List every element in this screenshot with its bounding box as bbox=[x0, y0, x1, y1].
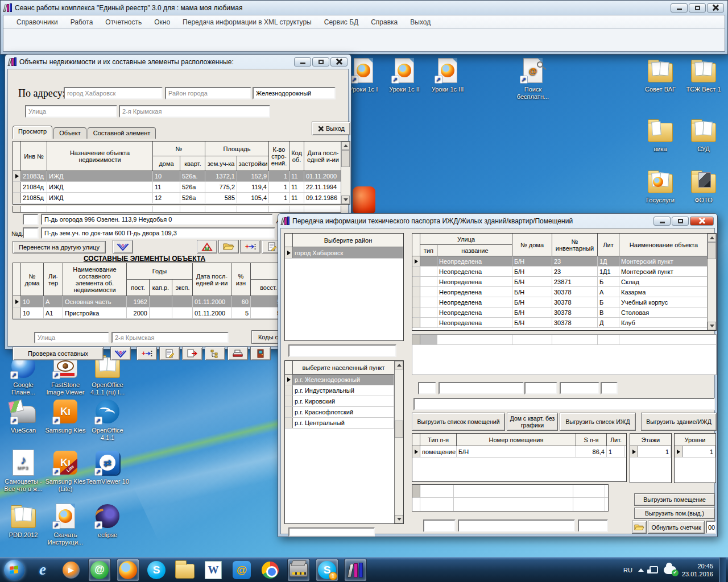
desktop-icon-vuescan[interactable]: VueScan bbox=[1, 398, 46, 434]
vertical-scrollbar[interactable] bbox=[341, 142, 350, 204]
floors-table[interactable]: Этажи 1 bbox=[630, 433, 672, 483]
minimize-button[interactable] bbox=[671, 3, 688, 13]
table-row[interactable]: Неопределена Б/Н 23871 Б Склад bbox=[412, 277, 707, 287]
unload-rooms-list-button[interactable]: Выгрузить список помещений bbox=[412, 413, 505, 431]
menu-xml[interactable]: Передача информации в XML структуры bbox=[176, 18, 318, 26]
district-placeholder-field[interactable]: Район города bbox=[165, 87, 251, 99]
close-button[interactable] bbox=[330, 57, 348, 66]
house-no-graphics-button[interactable]: Дом с кварт. без графики bbox=[507, 413, 558, 431]
table-row[interactable]: 10 А1 Пристройка 2000 01.11.2000 5 54 bbox=[13, 307, 285, 319]
list-item[interactable]: р.г. Центральный bbox=[285, 418, 394, 429]
bottom-field-2[interactable] bbox=[458, 519, 575, 532]
taskbar-mailru[interactable]: @ bbox=[230, 559, 253, 581]
check-all-button-2[interactable]: S bbox=[110, 347, 131, 360]
table-row[interactable]: Неопределена Б/Н 23 1Д Монтерский пункт bbox=[412, 256, 707, 267]
desktop-icon-openoffice[interactable]: OpenOffice 4.1.1 bbox=[85, 398, 130, 442]
minimize-button[interactable] bbox=[294, 57, 311, 66]
maximize-button[interactable] bbox=[672, 217, 689, 226]
desktop-icon-samocvety-mp3[interactable]: ♪MP3 Самоцветы - Все что в ж... bbox=[1, 449, 46, 493]
add-record-button[interactable]: + bbox=[240, 240, 260, 253]
counter-field[interactable]: 00 bbox=[706, 521, 716, 534]
menu-rabota[interactable]: Работа bbox=[64, 18, 100, 26]
desktop-icon-sud[interactable]: СУД bbox=[681, 117, 726, 153]
taskbar-chrome[interactable] bbox=[259, 559, 282, 581]
taskbar-scanner-app[interactable] bbox=[287, 559, 310, 581]
table-row[interactable]: Неопределена Б/Н 30378 Д Клуб bbox=[412, 318, 707, 328]
list-item[interactable]: р.г. Краснофлотский bbox=[285, 407, 394, 418]
extra-line1-field[interactable]: П-дь огорода 996 Озелен. 113,9 Неудобья … bbox=[41, 214, 273, 225]
bottom-field-1[interactable] bbox=[423, 519, 456, 532]
table-row[interactable]: помещение Б/Н 86,4 1 bbox=[412, 446, 626, 458]
desktop-icon-samsung-kies[interactable]: Kı Samsung Kies bbox=[43, 398, 88, 434]
filter-field-1[interactable] bbox=[418, 382, 436, 394]
taskbar-media-player[interactable]: ▶ bbox=[60, 559, 82, 581]
street-placeholder-field[interactable]: Улица bbox=[25, 105, 117, 118]
objects-table[interactable]: Инв № Назначение объекта недвижимости № … bbox=[13, 141, 350, 205]
check-components-button[interactable]: Проверка составных bbox=[13, 347, 104, 360]
desktop-icon-kies-lite[interactable]: KıLite Samsung Kies (Lite) bbox=[43, 449, 88, 493]
unload-building-button[interactable]: Выгрузить здание/ИЖД bbox=[641, 413, 717, 431]
street2-placeholder-field[interactable]: Улица bbox=[34, 332, 109, 343]
table-row[interactable]: 21083д ИЖД 10 526а. 1372,1 152,9 1 11 01… bbox=[13, 171, 341, 182]
add-record-button-2[interactable]: + bbox=[136, 347, 157, 360]
reset-counter-button[interactable]: Обнулить счетчик bbox=[648, 521, 705, 534]
extra-code-field-1[interactable] bbox=[23, 214, 39, 225]
objects-window-titlebar[interactable]: Объекты недвижимости и их составные элем… bbox=[5, 55, 351, 67]
start-button[interactable] bbox=[3, 559, 26, 581]
edit-document-button-2[interactable] bbox=[159, 347, 180, 360]
list-item[interactable]: р.г. Кировский bbox=[285, 396, 394, 407]
extra-line2-field[interactable]: П-дь зем.уч. по док-там 600 П-дь двора 1… bbox=[41, 227, 275, 239]
menu-spravochniki[interactable]: Справочники bbox=[10, 18, 64, 26]
buildings-table[interactable]: Улица типназвание № дома № инвентарный Л… bbox=[412, 233, 717, 331]
extra-code-field-2[interactable] bbox=[23, 227, 39, 239]
desktop-icon-poisk[interactable]: @ Поиск бесплатн... bbox=[511, 57, 555, 101]
list-item[interactable]: город Хабаровск bbox=[285, 247, 403, 259]
transfer-window-titlebar[interactable]: Передача информации технического паспорт… bbox=[278, 214, 717, 226]
settlement-list[interactable]: выберите населенный пункт р.г. Железнодо… bbox=[284, 360, 404, 524]
export-button[interactable] bbox=[182, 347, 202, 360]
scrollbar-up-button[interactable] bbox=[341, 142, 350, 150]
rooms-table[interactable]: Тип п-я Номер помещения S п-я Лит. помещ… bbox=[412, 433, 627, 482]
move-street-button[interactable]: Перенести на другую улицу bbox=[13, 241, 106, 253]
unload-room-selected-button[interactable]: Выгрузить пом.(выд.) bbox=[634, 508, 715, 519]
close-button[interactable] bbox=[690, 217, 714, 226]
settlement-filter-input[interactable] bbox=[288, 527, 375, 537]
scrollbar-down-button[interactable] bbox=[341, 196, 350, 204]
update-cloud-icon[interactable] bbox=[664, 566, 676, 574]
desktop-icon-sovet-vag[interactable]: Совет ВАГ bbox=[638, 57, 682, 93]
street2-field[interactable]: 2-я Крымская bbox=[111, 332, 229, 343]
district-filter-input[interactable] bbox=[288, 344, 396, 357]
exit-button[interactable]: Выход bbox=[312, 122, 350, 135]
scrollbar-up-button[interactable] bbox=[395, 361, 403, 369]
show-desktop-button[interactable] bbox=[719, 558, 726, 582]
table-row[interactable]: 10 А Основная часть 1962 01.11.2000 60 5… bbox=[13, 296, 285, 307]
vertical-scrollbar[interactable] bbox=[707, 234, 716, 330]
city-field[interactable]: город Хабаровск bbox=[64, 87, 163, 99]
menu-otchetnost[interactable]: Отчетность bbox=[99, 18, 148, 26]
clock[interactable]: 20:45 23.01.2016 bbox=[682, 562, 713, 578]
components-table[interactable]: № дома Ли-тер Наименование составного эл… bbox=[13, 263, 286, 319]
taskbar-skype[interactable]: S bbox=[145, 559, 168, 581]
district-field[interactable]: Железнодорожный bbox=[253, 87, 336, 99]
list-item[interactable]: р.г. Индустриальный bbox=[285, 385, 394, 396]
open-folder-button[interactable] bbox=[632, 521, 647, 534]
map-button[interactable]: М bbox=[197, 240, 217, 253]
table-row[interactable]: Неопределена Б/Н 30378 Б Учебный корпус bbox=[412, 297, 707, 307]
table-row[interactable]: 1 bbox=[675, 446, 715, 458]
bottom-field-3[interactable] bbox=[578, 519, 608, 532]
maximize-button[interactable] bbox=[312, 57, 329, 66]
tray-expand-icon[interactable] bbox=[638, 568, 644, 572]
scrollbar-track[interactable] bbox=[341, 167, 350, 196]
taskbar-internet-explorer[interactable]: e bbox=[31, 559, 54, 581]
unload-izd-list-button[interactable]: Выгрузить список ИЖД bbox=[560, 413, 636, 431]
table-row[interactable]: 21085д ИЖД 12 526а 585 105,4 1 11 09.12.… bbox=[13, 193, 341, 203]
taskbar-skype-chat[interactable]: S 1 bbox=[316, 559, 338, 581]
minimize-button[interactable] bbox=[653, 217, 671, 226]
tab-obyekt[interactable]: Объект bbox=[53, 127, 86, 139]
filter-field-4[interactable] bbox=[560, 382, 599, 394]
taskbar-word[interactable]: W bbox=[202, 559, 225, 581]
desktop-icon-pdd2012[interactable]: PDD.2012 bbox=[1, 502, 46, 539]
tree-view-button[interactable] bbox=[205, 347, 225, 360]
scrollbar-down-button[interactable] bbox=[708, 322, 716, 330]
taskbar-firefox[interactable] bbox=[117, 559, 139, 581]
